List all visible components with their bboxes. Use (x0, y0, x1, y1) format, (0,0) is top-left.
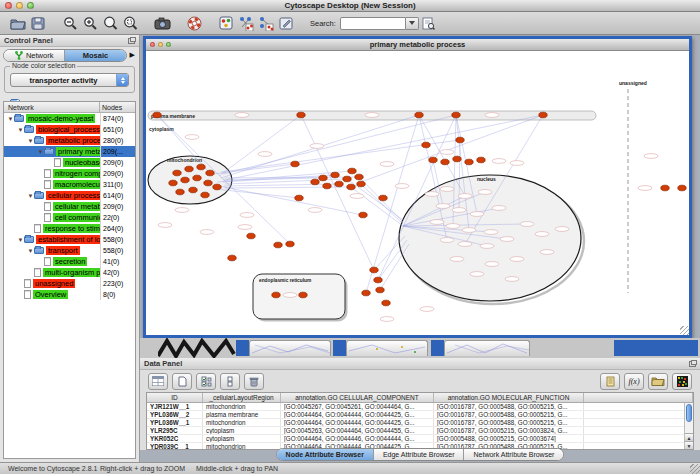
tree-row[interactable]: Overview8(0) (4, 289, 135, 300)
graph-node[interactable] (173, 170, 181, 176)
graph-node-label[interactable] (480, 244, 494, 249)
table-row[interactable]: YKR052Ccytoplasm[GO:0044464, GO:0044446,… (147, 435, 693, 443)
graph-node[interactable] (477, 157, 485, 163)
graph-node-label[interactable] (200, 230, 214, 235)
graph-node[interactable] (197, 164, 205, 170)
help-icon[interactable] (184, 14, 204, 33)
graph-node[interactable] (185, 166, 193, 172)
frame-minimize-button[interactable] (158, 42, 163, 47)
graph-node[interactable] (370, 267, 378, 273)
graph-node-label[interactable] (235, 113, 249, 118)
graph-node[interactable] (228, 255, 236, 261)
graph-node[interactable] (323, 183, 331, 189)
layout-nodes-b-icon[interactable] (256, 14, 276, 33)
graph-node-label[interactable] (452, 208, 466, 213)
graph-node[interactable] (347, 184, 355, 190)
tree-row[interactable]: ▼cellular process614(0) (4, 190, 135, 201)
notes-icon[interactable] (600, 373, 620, 390)
tab-network[interactable]: Network (4, 50, 65, 61)
tree-col-nodes[interactable]: Nodes (100, 102, 135, 112)
graph-node-label[interactable] (484, 230, 498, 235)
graph-node[interactable] (357, 181, 365, 187)
column-header[interactable]: ID (147, 393, 203, 402)
open-icon[interactable] (8, 14, 28, 33)
graph-node-label[interactable] (510, 257, 524, 262)
graph-node[interactable] (678, 185, 686, 191)
function-builder-icon[interactable]: f(x) (624, 373, 644, 390)
graph-node[interactable] (299, 292, 307, 298)
window-resize-grip[interactable] (690, 464, 700, 474)
graph-node-label[interactable] (175, 208, 189, 213)
graph-node[interactable] (465, 159, 473, 165)
graph-node-label[interactable] (380, 162, 394, 167)
tab-mosaic[interactable]: Mosaic (65, 50, 125, 61)
graph-node-label[interactable] (638, 186, 652, 191)
graph-node-label[interactable] (440, 187, 454, 192)
graph-node[interactable] (348, 168, 356, 174)
expander-icon[interactable]: ▼ (17, 237, 24, 243)
graph-node[interactable] (193, 175, 201, 181)
tree-row[interactable]: nucleobase-209(0) (4, 157, 135, 168)
graph-node-label[interactable] (258, 152, 272, 157)
background-frame-edge[interactable] (333, 340, 346, 356)
graph-node[interactable] (429, 157, 437, 163)
tree-row[interactable]: ▼transport558(0) (4, 245, 135, 256)
tab-overflow-icon[interactable]: ▶ (129, 51, 136, 59)
graph-node[interactable] (441, 159, 449, 165)
tree-col-network[interactable]: Network (4, 102, 100, 112)
graph-node-label[interactable] (485, 113, 499, 118)
graph-node-label[interactable] (644, 154, 658, 159)
expander-icon[interactable]: ▼ (7, 116, 14, 122)
graph-node[interactable] (415, 112, 423, 118)
graph-node[interactable] (286, 241, 294, 247)
graph-node-label[interactable] (240, 213, 254, 218)
zoom-out-icon[interactable] (60, 14, 80, 33)
graph-node-label[interactable] (540, 250, 554, 255)
graph-node[interactable] (456, 137, 464, 143)
graph-node[interactable] (181, 177, 189, 183)
graph-node-label[interactable] (470, 272, 484, 277)
graph-node-label[interactable] (458, 242, 472, 247)
graph-node-label[interactable] (440, 238, 454, 243)
zoom-in-icon[interactable] (80, 14, 100, 33)
graph-node-label[interactable] (395, 184, 409, 189)
graph-node-label[interactable] (478, 190, 492, 195)
graph-node-label[interactable] (458, 194, 472, 199)
search-options-icon[interactable] (419, 14, 439, 33)
graph-node-label[interactable] (485, 262, 499, 267)
tree-row[interactable]: ▼metabolic process280(0) (4, 135, 135, 146)
table-row[interactable]: YPL036W__2plasma membrane[GO:0044464, GO… (147, 411, 693, 419)
graph-node-label[interactable] (470, 212, 484, 217)
graph-node-label[interactable] (310, 144, 324, 149)
graph-node[interactable] (355, 174, 363, 180)
tab-edge-attribute-browser[interactable]: Edge Attribute Browser (374, 449, 465, 460)
graph-node-label[interactable] (420, 307, 434, 312)
graph-node[interactable] (291, 161, 299, 167)
tab-network-attribute-browser[interactable]: Network Attribute Browser (464, 449, 563, 460)
graph-node[interactable] (213, 184, 221, 190)
import-attributes-icon[interactable] (648, 373, 668, 390)
delete-attribute-icon[interactable] (244, 373, 264, 390)
tree-row[interactable]: ▼biological_process651(0) (4, 124, 135, 135)
tree-row[interactable]: ▼primary metabo209(... (4, 146, 135, 157)
graph-node-label[interactable] (510, 161, 524, 166)
graph-node[interactable] (153, 112, 161, 118)
graph-node[interactable] (189, 187, 197, 193)
graph-node[interactable] (379, 195, 387, 201)
match-selected-icon[interactable] (196, 373, 216, 390)
expander-icon[interactable]: ▼ (27, 248, 34, 254)
graph-node-label[interactable] (350, 194, 364, 199)
zoom-selected-icon[interactable] (120, 14, 140, 33)
graph-node[interactable] (176, 189, 184, 195)
matrix-icon[interactable] (672, 373, 692, 390)
graph-node[interactable] (343, 176, 351, 182)
graph-node-label[interactable] (520, 222, 534, 227)
background-frame[interactable] (249, 340, 331, 356)
expander-icon[interactable]: ▼ (27, 193, 34, 199)
float-panel-icon[interactable] (128, 38, 135, 44)
save-icon[interactable] (28, 14, 48, 33)
frame-close-button[interactable] (150, 42, 155, 47)
graph-node[interactable] (169, 180, 177, 186)
tree-row[interactable]: ▼mosaic-demo-yeast874(0) (4, 113, 135, 124)
tree-row[interactable]: cell communicat22(0) (4, 212, 135, 223)
